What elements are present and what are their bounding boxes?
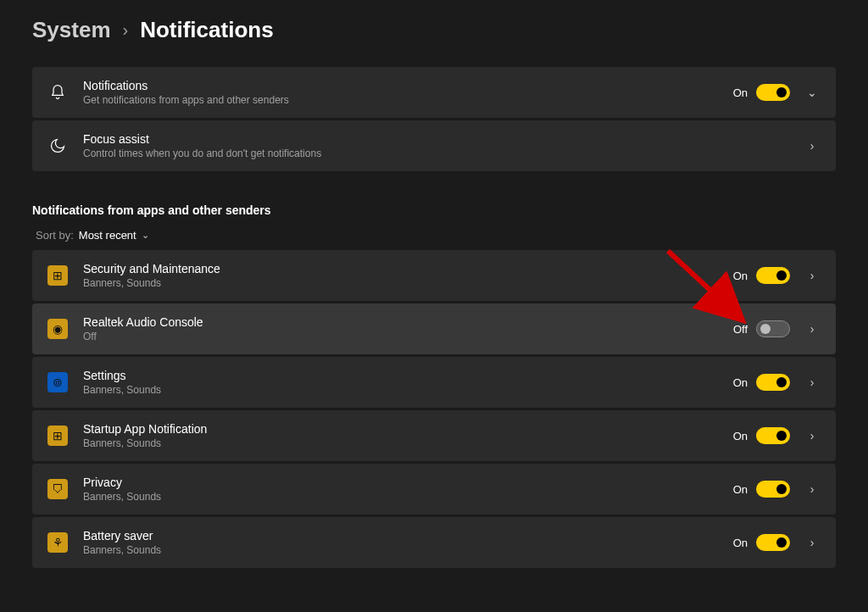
app-icon: ⊞ (47, 426, 68, 446)
app-row[interactable]: ⊞Startup App NotificationBanners, Sounds… (32, 410, 836, 461)
app-detail: Banners, Sounds (83, 384, 733, 396)
app-name: Security and Maintenance (83, 262, 733, 275)
chevron-right-icon[interactable]: › (804, 139, 821, 153)
app-name: Battery saver (83, 529, 733, 542)
notifications-master-row[interactable]: Notifications Get notifications from app… (32, 67, 836, 118)
app-row[interactable]: ⊚SettingsBanners, SoundsOn› (32, 357, 836, 408)
app-toggle[interactable] (756, 534, 790, 551)
sort-by-label: Sort by: (36, 229, 74, 242)
app-state-label: Off (733, 323, 748, 336)
sort-by-value: Most recent (79, 229, 136, 242)
app-name: Settings (83, 369, 733, 382)
app-state-label: On (733, 483, 748, 496)
notifications-subtitle: Get notifications from apps and other se… (83, 94, 733, 106)
app-toggle[interactable] (756, 374, 790, 391)
app-state-label: On (733, 537, 748, 549)
app-row[interactable]: ◉Realtek Audio ConsoleOffOff› (32, 303, 836, 354)
chevron-down-icon: ⌄ (142, 230, 149, 241)
focus-assist-subtitle: Control times when you do and don't get … (83, 147, 804, 159)
app-detail: Off (83, 331, 733, 342)
chevron-right-icon[interactable]: › (804, 269, 821, 282)
chevron-right-icon[interactable]: › (804, 376, 821, 389)
chevron-right-icon[interactable]: › (804, 429, 821, 442)
app-toggle[interactable] (756, 427, 790, 444)
app-toggle[interactable] (756, 481, 790, 498)
app-row[interactable]: ⛉PrivacyBanners, SoundsOn› (32, 464, 836, 515)
breadcrumb: System › Notifications (32, 17, 836, 43)
app-icon: ⚘ (47, 532, 68, 553)
moon-icon (47, 136, 68, 156)
focus-assist-row[interactable]: Focus assist Control times when you do a… (32, 120, 836, 171)
app-icon: ⊚ (47, 372, 68, 392)
notifications-toggle[interactable] (756, 84, 790, 101)
section-heading: Notifications from apps and other sender… (32, 203, 836, 217)
app-detail: Banners, Sounds (83, 491, 733, 503)
focus-assist-title: Focus assist (83, 132, 804, 146)
bell-icon (47, 82, 68, 103)
app-icon: ⛉ (47, 479, 68, 499)
breadcrumb-parent[interactable]: System (32, 17, 111, 43)
app-toggle[interactable] (756, 267, 790, 284)
notifications-title: Notifications (83, 79, 733, 92)
app-icon: ◉ (47, 319, 68, 339)
app-state-label: On (733, 430, 748, 442)
app-detail: Banners, Sounds (83, 544, 733, 556)
app-toggle[interactable] (756, 320, 790, 337)
sort-by-dropdown[interactable]: Sort by: Most recent ⌄ (32, 229, 836, 250)
chevron-right-icon[interactable]: › (804, 322, 821, 336)
page-title: Notifications (140, 17, 273, 43)
app-name: Privacy (83, 476, 733, 489)
chevron-down-icon[interactable]: ⌄ (804, 86, 821, 99)
app-name: Startup App Notification (83, 422, 733, 436)
app-detail: Banners, Sounds (83, 437, 733, 449)
app-icon: ⊞ (47, 265, 68, 286)
chevron-right-icon[interactable]: › (804, 536, 821, 549)
chevron-right-icon: › (123, 20, 129, 40)
app-state-label: On (733, 270, 748, 282)
notifications-state-label: On (733, 86, 748, 99)
app-detail: Banners, Sounds (83, 277, 733, 289)
app-row[interactable]: ⚘Battery saverBanners, SoundsOn› (32, 517, 836, 568)
app-row[interactable]: ⊞Security and MaintenanceBanners, Sounds… (32, 250, 836, 301)
app-state-label: On (733, 376, 748, 389)
chevron-right-icon[interactable]: › (804, 482, 821, 496)
app-name: Realtek Audio Console (83, 315, 733, 329)
